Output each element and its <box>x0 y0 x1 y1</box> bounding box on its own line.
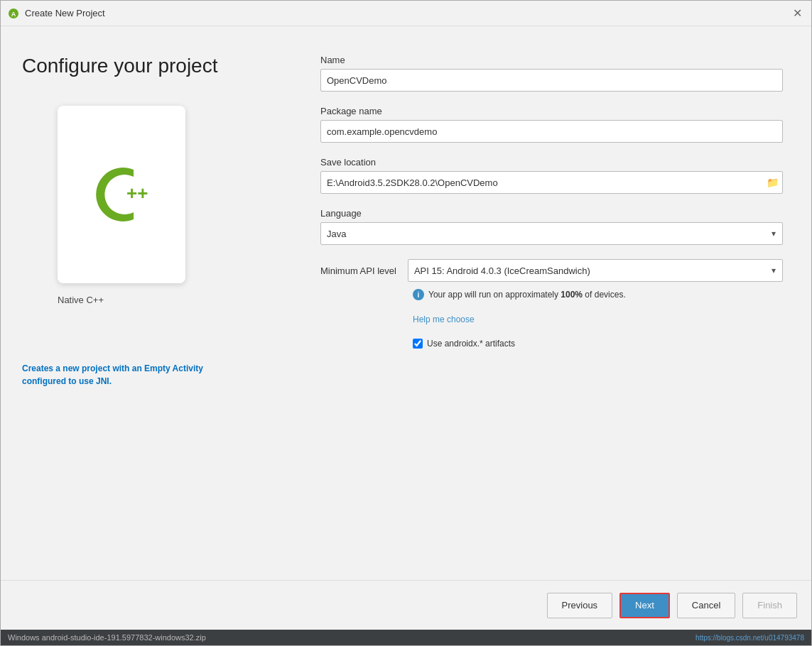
page-title: Configure your project <box>22 55 217 77</box>
app-icon: A <box>8 8 19 19</box>
language-group: Language Java Kotlin <box>320 208 783 245</box>
name-input[interactable] <box>320 69 783 92</box>
previous-button[interactable]: Previous <box>547 593 613 618</box>
close-button[interactable]: ✕ <box>790 6 804 21</box>
package-label: Package name <box>320 106 783 116</box>
template-card: ++ <box>58 106 185 283</box>
info-row: i Your app will run on approximately 100… <box>320 289 783 300</box>
main-window: A Create New Project ✕ Configure your pr… <box>0 0 812 646</box>
language-select-wrapper: Java Kotlin <box>320 222 783 245</box>
androidx-checkbox[interactable] <box>413 339 423 349</box>
checkbox-row: Use androidx.* artifacts <box>320 339 783 349</box>
save-location-group: Save location 📁 <box>320 157 783 194</box>
api-row: Minimum API level API 15: Android 4.0.3 … <box>320 259 783 282</box>
content-area: Configure your project ++ Native C++ Cre… <box>1 26 811 580</box>
finish-button[interactable]: Finish <box>742 593 797 618</box>
left-panel: Configure your project ++ Native C++ Cre… <box>1 26 306 580</box>
language-label: Language <box>320 208 783 219</box>
template-name: Native C++ <box>58 295 104 305</box>
package-group: Package name <box>320 106 783 143</box>
status-left-text: Windows android-studio-ide-191.5977832-w… <box>8 633 695 642</box>
title-bar-text: Create New Project <box>25 8 790 18</box>
title-bar: A Create New Project ✕ <box>1 1 811 26</box>
info-icon: i <box>413 289 424 300</box>
right-panel: Name Package name Save location 📁 Langua… <box>306 26 811 580</box>
checkbox-label: Use androidx.* artifacts <box>427 339 515 349</box>
status-bar: Windows android-studio-ide-191.5977832-w… <box>1 630 811 645</box>
folder-icon[interactable]: 📁 <box>767 177 779 188</box>
svg-text:A: A <box>11 11 16 18</box>
next-button[interactable]: Next <box>619 593 670 618</box>
api-select-wrapper: API 15: Android 4.0.3 (IceCreamSandwich)… <box>408 259 783 282</box>
api-select[interactable]: API 15: Android 4.0.3 (IceCreamSandwich)… <box>408 259 783 282</box>
status-right-text: https://blogs.csdn.net/u014793478 <box>695 634 804 642</box>
help-link[interactable]: Help me choose <box>320 314 783 324</box>
package-input[interactable] <box>320 120 783 143</box>
footer: Previous Next Cancel Finish <box>1 580 811 630</box>
save-input-wrapper: 📁 <box>320 171 783 194</box>
template-description: Creates a new project with an Empty Acti… <box>22 362 221 388</box>
save-input[interactable] <box>320 171 783 194</box>
cpp-logo-svg: ++ <box>82 155 161 234</box>
api-label: Minimum API level <box>320 265 396 276</box>
language-select[interactable]: Java Kotlin <box>320 222 783 245</box>
info-text: Your app will run on approximately 100% … <box>428 290 626 300</box>
name-label: Name <box>320 55 783 65</box>
svg-text:++: ++ <box>126 182 148 204</box>
name-group: Name <box>320 55 783 92</box>
cancel-button[interactable]: Cancel <box>677 593 735 618</box>
save-label: Save location <box>320 157 783 168</box>
